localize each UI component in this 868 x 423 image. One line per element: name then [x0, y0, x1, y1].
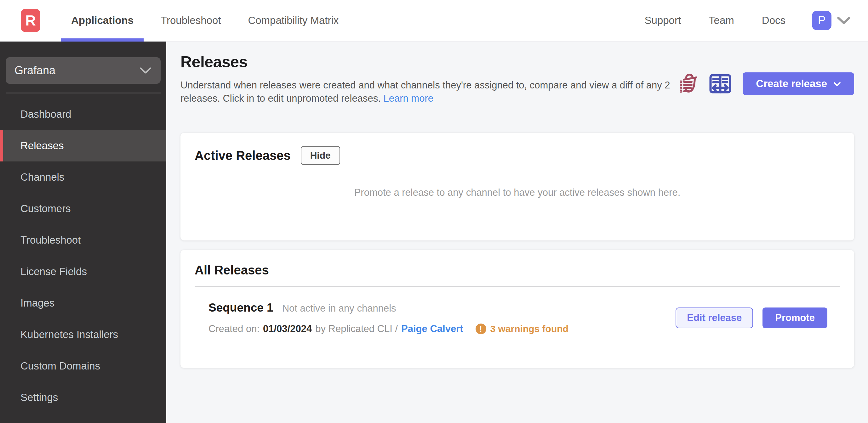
created-prefix: Created on:	[209, 323, 259, 334]
page-description: Understand when releases were created an…	[181, 79, 672, 105]
page-header-text: Releases Understand when releases were c…	[181, 53, 672, 105]
sidebar: Grafana Dashboard Releases Channels Cust…	[0, 41, 166, 423]
tab-troubleshoot-label: Troubleshoot	[161, 14, 221, 26]
sidebar-item-dashboard[interactable]: Dashboard	[0, 99, 166, 130]
page-actions: Create release	[680, 72, 854, 95]
tab-applications[interactable]: Applications	[61, 0, 144, 41]
active-tab-underline	[61, 38, 144, 41]
chevron-down-icon	[140, 67, 151, 74]
tab-compatibility-matrix[interactable]: Compatibility Matrix	[238, 0, 349, 41]
app-selector[interactable]: Grafana	[6, 57, 161, 84]
release-info: Sequence 1 Not active in any channels Cr…	[209, 301, 572, 334]
diff-releases-icon[interactable]	[709, 74, 731, 94]
promote-button[interactable]: Promote	[763, 307, 827, 328]
nav-support-label: Support	[645, 14, 681, 26]
create-release-label: Create release	[756, 78, 827, 90]
active-releases-header: Active Releases Hide	[195, 146, 840, 165]
edit-release-button[interactable]: Edit release	[676, 307, 753, 328]
created-date: 01/03/2024	[263, 323, 312, 334]
created-author-link[interactable]: Paige Calvert	[401, 323, 463, 334]
sidebar-item-troubleshoot[interactable]: Troubleshoot	[0, 224, 166, 256]
account-menu-chevron-icon[interactable]	[837, 17, 850, 25]
primary-nav: Applications Troubleshoot Compatibility …	[61, 0, 355, 41]
replicated-logo[interactable]: R	[21, 9, 40, 32]
active-releases-card: Active Releases Hide Promote a release t…	[181, 133, 854, 240]
nav-team[interactable]: Team	[695, 14, 748, 26]
hide-button[interactable]: Hide	[301, 146, 340, 165]
tab-applications-label: Applications	[71, 14, 133, 26]
delete-releases-icon[interactable]	[680, 73, 698, 94]
release-status: Not active in any channels	[282, 303, 396, 314]
release-created-line: Created on: 01/03/2024 by Replicated CLI…	[209, 323, 572, 334]
topbar-right: Support Team Docs P	[631, 11, 850, 30]
sidebar-item-images[interactable]: Images	[0, 287, 166, 319]
sidebar-item-customers[interactable]: Customers	[0, 193, 166, 224]
avatar[interactable]: P	[812, 11, 832, 30]
sidebar-item-channels[interactable]: Channels	[0, 161, 166, 193]
warning-icon: !	[475, 324, 486, 334]
sidebar-item-custom-domains[interactable]: Custom Domains	[0, 350, 166, 382]
sidebar-nav: Dashboard Releases Channels Customers Tr…	[0, 99, 166, 413]
all-releases-card: All Releases Sequence 1 Not active in an…	[181, 250, 854, 368]
create-release-button[interactable]: Create release	[743, 72, 854, 95]
all-releases-title: All Releases	[195, 263, 840, 277]
page-header: Releases Understand when releases were c…	[181, 53, 854, 105]
learn-more-link[interactable]: Learn more	[383, 93, 433, 104]
tab-compatibility-matrix-label: Compatibility Matrix	[248, 14, 339, 26]
release-warnings[interactable]: ! 3 warnings found	[475, 324, 568, 334]
nav-docs[interactable]: Docs	[748, 14, 799, 26]
all-releases-divider	[195, 286, 840, 287]
create-release-chevron-icon	[833, 82, 841, 87]
main-content: Releases Understand when releases were c…	[166, 41, 868, 423]
release-row[interactable]: Sequence 1 Not active in any channels Cr…	[195, 301, 840, 334]
topbar: R Applications Troubleshoot Compatibilit…	[0, 0, 868, 41]
release-name-line: Sequence 1 Not active in any channels	[209, 301, 572, 315]
nav-docs-label: Docs	[762, 14, 785, 26]
sidebar-item-kubernetes-installers[interactable]: Kubernetes Installers	[0, 319, 166, 350]
sidebar-item-license-fields[interactable]: License Fields	[0, 256, 166, 287]
nav-team-label: Team	[709, 14, 734, 26]
sidebar-item-releases[interactable]: Releases	[0, 130, 166, 161]
release-name: Sequence 1	[209, 301, 273, 315]
created-via: by Replicated CLI /	[315, 323, 398, 334]
warning-text: 3 warnings found	[490, 324, 568, 334]
page-title: Releases	[181, 53, 672, 71]
sidebar-item-settings[interactable]: Settings	[0, 382, 166, 413]
app-selector-label: Grafana	[14, 64, 56, 77]
tab-troubleshoot[interactable]: Troubleshoot	[151, 0, 231, 41]
active-releases-title: Active Releases	[195, 149, 291, 163]
nav-support[interactable]: Support	[631, 14, 695, 26]
active-releases-empty-message: Promote a release to any channel to have…	[195, 187, 840, 198]
sidebar-divider	[6, 93, 161, 94]
release-actions: Edit release Promote	[676, 307, 827, 328]
